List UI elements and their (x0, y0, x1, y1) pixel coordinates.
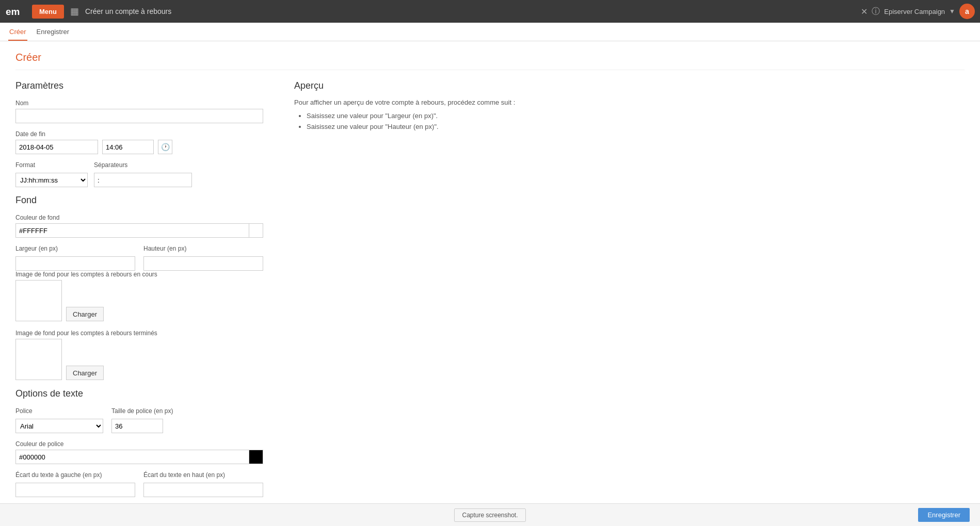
time-input[interactable] (102, 140, 154, 154)
campaign-dropdown[interactable]: ▼ (949, 8, 955, 15)
ecart-haut-input[interactable] (143, 483, 263, 497)
menu-button[interactable]: Menu (32, 5, 64, 19)
charger-btn-2[interactable]: Charger (66, 366, 104, 380)
couleur-police-input[interactable] (15, 450, 249, 464)
image-termine-preview (15, 339, 62, 380)
section-fond: Fond (15, 195, 263, 206)
apercu-desc: Pour afficher un aperçu de votre compte … (294, 97, 965, 132)
close-icon[interactable]: ✕ (861, 7, 867, 17)
taille-input[interactable] (111, 419, 163, 433)
image-termine-upload-row: Charger (15, 339, 263, 380)
right-column: Aperçu Pour afficher un aperçu de votre … (294, 80, 965, 497)
avatar[interactable]: a (959, 4, 975, 19)
nom-field-group: Nom (15, 100, 263, 123)
charger-btn-1[interactable]: Charger (66, 307, 104, 321)
left-column: Paramètres Nom Date de fin 🕐 Format JJ:h… (15, 80, 263, 497)
image-termine-group: Image de fond pour les comptes à rebours… (15, 330, 263, 380)
largeur-label: Largeur (en px) (15, 245, 135, 252)
format-label: Format (15, 161, 88, 169)
logo: em (5, 4, 26, 19)
ecart-haut-label: Écart du texte en haut (en px) (143, 471, 263, 479)
two-col-layout: Paramètres Nom Date de fin 🕐 Format JJ:h… (15, 80, 965, 497)
format-select[interactable]: JJ:hh:mm:ss hh:mm:ss mm:ss ss (15, 173, 88, 187)
police-group: Police Arial Helvetica Times New Roman V… (15, 407, 103, 433)
ecart-row: Écart du texte à gauche (en px) Écart du… (15, 471, 263, 497)
image-en-cours-label: Image de fond pour les comptes à rebours… (15, 271, 263, 278)
ecart-haut-group: Écart du texte en haut (en px) (143, 471, 263, 497)
enregistrer-button[interactable]: Enregistrer (918, 508, 970, 522)
format-group: Format JJ:hh:mm:ss hh:mm:ss mm:ss ss (15, 161, 88, 187)
section-parametres: Paramètres (15, 80, 263, 91)
topbar-right: Episerver Campaign ▼ a (884, 4, 975, 19)
apercu-instruction-2: Saisissez une valeur pour "Hauteur (en p… (307, 122, 965, 132)
datetime-row: 🕐 (15, 140, 263, 154)
largeur-group: Largeur (en px) (15, 245, 135, 271)
couleur-police-label: Couleur de police (15, 440, 263, 448)
nom-label: Nom (15, 100, 263, 107)
sep-group: Séparateurs (94, 161, 192, 187)
hauteur-input[interactable] (143, 256, 263, 271)
nom-input[interactable] (15, 109, 263, 123)
couleur-fond-swatch[interactable] (249, 223, 263, 238)
main-content: Créer Paramètres Nom Date de fin 🕐 Form (0, 41, 980, 526)
page-title: Créer (15, 52, 965, 70)
apercu-desc-text: Pour afficher un aperçu de votre compte … (294, 98, 515, 106)
campaign-name: Episerver Campaign (884, 8, 945, 15)
image-en-cours-preview (15, 280, 62, 321)
taille-label: Taille de police (en px) (111, 407, 173, 415)
document-icon[interactable]: ▦ (68, 6, 81, 17)
ecart-gauche-label: Écart du texte à gauche (en px) (15, 471, 135, 479)
hauteur-label: Hauteur (en px) (143, 245, 263, 252)
topbar: em Menu ▦ Créer un compte à rebours ✕ ⓘ … (0, 0, 980, 23)
format-sep-row: Format JJ:hh:mm:ss hh:mm:ss mm:ss ss Sép… (15, 161, 263, 187)
bottom-bar: Capture screenshot. Enregistrer (0, 503, 980, 526)
couleur-fond-label: Couleur de fond (15, 214, 263, 221)
subnav-creer[interactable]: Créer (8, 24, 27, 41)
couleur-police-swatch[interactable] (249, 450, 263, 464)
capture-button[interactable]: Capture screenshot. (454, 508, 525, 522)
apercu-title: Aperçu (294, 80, 965, 91)
couleur-police-group: Couleur de police (15, 440, 263, 464)
taille-group: Taille de police (en px) (111, 407, 173, 433)
couleur-fond-group: Couleur de fond (15, 214, 263, 238)
wh-row: Largeur (en px) Hauteur (en px) (15, 245, 263, 271)
section-texte: Options de texte (15, 388, 263, 399)
ecart-gauche-group: Écart du texte à gauche (en px) (15, 471, 135, 497)
image-termine-label: Image de fond pour les comptes à rebours… (15, 330, 263, 337)
couleur-fond-input[interactable] (15, 223, 249, 238)
sep-input[interactable] (94, 173, 192, 187)
ecart-gauche-input[interactable] (15, 483, 135, 497)
apercu-instruction-1: Saisissez une valeur pour "Largeur (en p… (307, 111, 965, 121)
svg-text:em: em (6, 6, 20, 17)
couleur-police-row (15, 450, 263, 464)
largeur-input[interactable] (15, 256, 135, 271)
police-select[interactable]: Arial Helvetica Times New Roman Verdana … (15, 419, 103, 433)
hauteur-group: Hauteur (en px) (143, 245, 263, 271)
couleur-fond-row (15, 223, 263, 238)
police-row: Police Arial Helvetica Times New Roman V… (15, 407, 263, 433)
image-en-cours-upload-row: Charger (15, 280, 263, 321)
clock-button[interactable]: 🕐 (158, 140, 172, 154)
date-input[interactable] (15, 140, 98, 154)
topbar-title: Créer un compte à rebours (85, 7, 857, 15)
subnav: Créer Enregistrer (0, 23, 980, 41)
image-en-cours-group: Image de fond pour les comptes à rebours… (15, 271, 263, 321)
help-icon[interactable]: ⓘ (872, 6, 880, 17)
police-label: Police (15, 407, 103, 415)
date-fin-group: Date de fin 🕐 (15, 130, 263, 154)
sep-label: Séparateurs (94, 161, 192, 169)
date-fin-label: Date de fin (15, 130, 263, 138)
apercu-instructions: Saisissez une valeur pour "Largeur (en p… (294, 111, 965, 132)
subnav-enregistrer[interactable]: Enregistrer (36, 24, 71, 41)
